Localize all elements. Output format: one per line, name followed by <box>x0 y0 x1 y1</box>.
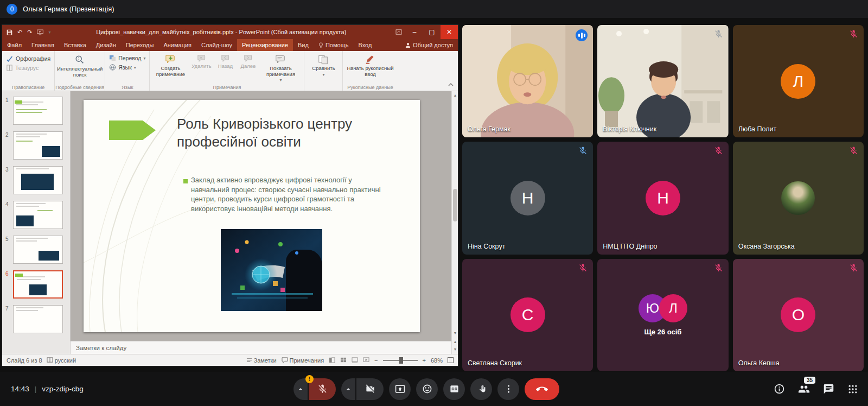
slide-thumbnail-6-selected[interactable]: 6 <box>2 268 70 303</box>
more-options-button[interactable] <box>497 378 519 400</box>
apps-grid-icon <box>847 384 858 395</box>
comments-toggle[interactable]: Примечания <box>282 357 324 364</box>
meet-window: 0 Ольга Гермак (Презентація) ↶ ↷ ▾ Цифро… <box>0 0 868 406</box>
view-slideshow-icon[interactable] <box>363 357 369 363</box>
mic-off-icon <box>849 146 858 157</box>
delete-comment-button[interactable]: Удалить <box>190 53 212 69</box>
slide-thumbnail-3[interactable]: 3 <box>2 164 70 199</box>
slide-thumbnail-7[interactable]: 7 <box>2 303 70 338</box>
slide-thumbnail-1[interactable]: 1 <box>2 94 70 129</box>
mic-button[interactable]: ! <box>309 378 336 400</box>
view-normal-icon[interactable] <box>329 357 335 363</box>
participant-tile-nina-sokrut[interactable]: Н Ніна Сокрут <box>462 142 593 254</box>
participant-tile-nmc-pto-dnipro[interactable]: Н НМЦ ПТО Дніпро <box>597 142 728 254</box>
scrollbar-thumb[interactable] <box>453 189 457 221</box>
present-button[interactable] <box>389 378 411 400</box>
zoom-in-icon[interactable]: + <box>423 357 426 364</box>
tab-file[interactable]: Файл <box>2 39 27 51</box>
tab-transitions[interactable]: Переходы <box>121 39 159 51</box>
tab-review[interactable]: Рецензирование <box>237 39 293 51</box>
slide-thumbnail-2[interactable]: 2 <box>2 129 70 164</box>
camera-button[interactable] <box>356 378 384 400</box>
fit-to-window-icon[interactable] <box>448 357 454 363</box>
view-sorter-icon[interactable] <box>340 357 347 363</box>
close-button[interactable]: ✕ <box>441 25 458 39</box>
previous-comment-button[interactable]: Назад <box>215 53 235 69</box>
tab-signin[interactable]: Вход <box>353 39 376 51</box>
camera-options-button[interactable] <box>341 378 355 400</box>
tab-animations[interactable]: Анимация <box>158 39 196 51</box>
participant-tile-viktoriia-kliuchnyk[interactable]: Вікторія Ключник <box>597 25 728 137</box>
next-comment-button[interactable]: Далее <box>238 53 258 69</box>
avatar-photo <box>781 181 815 215</box>
info-button[interactable] <box>774 383 785 395</box>
slide-thumbnail-5[interactable]: 5 <box>2 233 70 268</box>
comments-icon <box>282 357 288 363</box>
slide-scrollbar[interactable]: ▲ ▼ ▲ ▼ <box>451 91 458 354</box>
participant-tile-liuba-polyt[interactable]: Л Люба Полит <box>733 25 864 137</box>
proofing-language[interactable]: русский <box>47 357 76 364</box>
tab-help[interactable]: Помощь <box>314 39 354 51</box>
tab-insert[interactable]: Вставка <box>59 39 91 51</box>
scroll-up-icon[interactable]: ▲ <box>452 91 458 99</box>
participant-tile-olha-kepsha[interactable]: О Ольга Кепша <box>733 259 864 371</box>
info-icon <box>774 383 785 395</box>
chat-button[interactable] <box>823 383 834 395</box>
previous-slide-icon[interactable]: ▲ <box>452 338 458 345</box>
language-button[interactable]: Язык▾ <box>109 64 145 71</box>
zoom-slider[interactable] <box>383 360 418 361</box>
zoom-level: 68% <box>431 357 443 364</box>
pen-icon <box>365 54 375 65</box>
tab-design[interactable]: Дизайн <box>91 39 121 51</box>
start-inking-button[interactable]: Начать рукописный ввод <box>347 53 393 77</box>
translate-icon <box>109 55 116 61</box>
previous-comment-icon <box>221 54 229 62</box>
spelling-button[interactable]: Орфография <box>6 55 50 62</box>
minimize-button[interactable]: – <box>406 25 423 39</box>
ribbon-group-ink: Начать рукописный ввод Рукописные данные <box>343 51 397 91</box>
collapse-ribbon-icon[interactable] <box>448 79 454 88</box>
tab-slideshow[interactable]: Слайд-шоу <box>196 39 237 51</box>
ribbon-group-compare: Сравнить ▾ <box>304 51 343 91</box>
zoom-slider-thumb[interactable] <box>399 357 403 364</box>
ribbon-display-options-icon[interactable] <box>392 25 406 39</box>
participant-tile-oksana-zahorska[interactable]: Оксана Загорська <box>733 142 864 254</box>
show-comments-button[interactable]: Показать примечания ▾ <box>261 53 300 83</box>
ribbon-group-language: Перевод▾ Язык▾ Язык <box>105 51 150 91</box>
thesaurus-button[interactable]: Тезаурус <box>6 65 50 71</box>
notes-toggle[interactable]: Заметки <box>246 357 277 364</box>
notes-pane[interactable]: Заметки к слайду <box>71 341 451 354</box>
slideshow-icon[interactable] <box>37 29 43 35</box>
translate-button[interactable]: Перевод▾ <box>109 55 145 61</box>
mic-options-button[interactable] <box>293 378 308 400</box>
zoom-out-icon[interactable]: − <box>374 357 378 364</box>
tab-view[interactable]: Вид <box>293 39 314 51</box>
scroll-down-icon[interactable]: ▼ <box>452 329 458 337</box>
bullet-marker <box>183 179 188 183</box>
next-slide-icon[interactable]: ▼ <box>452 345 458 353</box>
save-icon[interactable] <box>7 29 12 35</box>
participant-tile-olha-hermak[interactable]: Ольга Гермак <box>462 25 593 137</box>
captions-button[interactable] <box>443 378 465 400</box>
raise-hand-button[interactable] <box>470 378 492 400</box>
show-comments-icon <box>275 54 286 65</box>
undo-icon[interactable]: ↶ <box>17 29 22 36</box>
restore-button[interactable]: ▢ <box>423 25 441 39</box>
smart-lookup-button[interactable]: Интеллектуальный поиск <box>59 53 101 78</box>
slide-thumbnail-4[interactable]: 4 <box>2 199 70 233</box>
compare-button[interactable]: Сравнить ▾ <box>308 53 339 78</box>
view-reading-icon[interactable] <box>352 357 358 363</box>
participant-tile-svetlana-skoryk[interactable]: С Светлана Скорик <box>462 259 593 371</box>
activities-button[interactable] <box>847 384 858 395</box>
tab-share[interactable]: Общий доступ <box>400 39 458 51</box>
end-call-button[interactable] <box>525 378 559 400</box>
reactions-button[interactable] <box>416 378 438 400</box>
new-comment-button[interactable]: Создать примечание <box>154 53 187 77</box>
captions-icon <box>449 384 459 394</box>
slide-thumbnail-panel[interactable]: 1 2 3 4 5 6 7 <box>2 91 71 354</box>
redo-icon[interactable]: ↷ <box>27 29 32 36</box>
participant-tile-overflow[interactable]: Ю Л Ще 26 осіб <box>597 259 728 371</box>
current-slide[interactable]: Роль Криворізького центру професійної ос… <box>84 100 420 332</box>
tab-home[interactable]: Главная <box>27 39 59 51</box>
people-button[interactable]: 35 <box>798 383 810 395</box>
